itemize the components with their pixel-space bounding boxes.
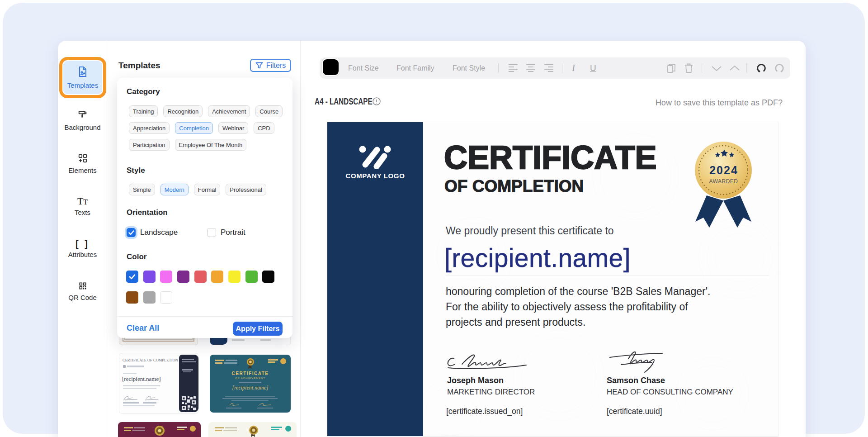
svg-text:2024: 2024 bbox=[709, 164, 738, 176]
svg-text:AWARDED: AWARDED bbox=[709, 178, 738, 185]
